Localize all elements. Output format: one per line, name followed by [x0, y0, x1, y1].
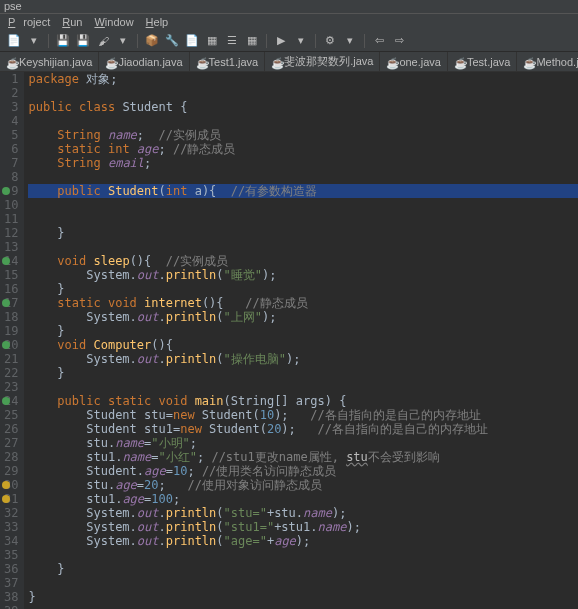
- separator: [137, 34, 138, 48]
- menu-help[interactable]: Help: [142, 16, 173, 28]
- menu-window[interactable]: Window: [90, 16, 137, 28]
- tab-label: Method.java: [536, 56, 578, 68]
- java-icon: ☕: [6, 57, 16, 67]
- separator: [266, 34, 267, 48]
- tab-keyshijian[interactable]: ☕Keyshijian.java: [0, 52, 99, 71]
- toolbar: 📄 ▾ 💾 💾 🖌 ▾ 📦 🔧 📄 ▦ ☰ ▦ ▶ ▾ ⚙ ▾ ⇦ ⇨: [0, 30, 578, 52]
- dropdown-icon[interactable]: ▾: [293, 33, 309, 49]
- tab-jiaodian[interactable]: ☕Jiaodian.java: [99, 52, 189, 71]
- tab-one[interactable]: ☕one.java: [380, 52, 448, 71]
- code-editor[interactable]: 1234567891011121314151617181920212223242…: [0, 72, 578, 609]
- java-icon: ☕: [386, 57, 396, 67]
- line-gutter: 1234567891011121314151617181920212223242…: [0, 72, 24, 609]
- java-icon: ☕: [196, 57, 206, 67]
- tab-test1[interactable]: ☕Test1.java: [190, 52, 266, 71]
- dropdown-icon[interactable]: ▾: [26, 33, 42, 49]
- saveall-icon[interactable]: 💾: [75, 33, 91, 49]
- tab-label: 斐波那契数列.java: [284, 54, 373, 69]
- settings-icon[interactable]: ⚙: [322, 33, 338, 49]
- tab-label: Jiaodian.java: [118, 56, 182, 68]
- dropdown-icon[interactable]: ▾: [342, 33, 358, 49]
- menu-run[interactable]: Run: [58, 16, 86, 28]
- java-icon: ☕: [105, 57, 115, 67]
- table-icon[interactable]: ▦: [204, 33, 220, 49]
- run-icon[interactable]: ▶: [273, 33, 289, 49]
- separator: [364, 34, 365, 48]
- code-content[interactable]: package 对象; public class Student { Strin…: [24, 72, 578, 609]
- forward-icon[interactable]: ⇨: [391, 33, 407, 49]
- tab-bar: ☕Keyshijian.java ☕Jiaodian.java ☕Test1.j…: [0, 52, 578, 72]
- tab-label: one.java: [399, 56, 441, 68]
- tab-label: Keyshijian.java: [19, 56, 92, 68]
- tab-label: Test.java: [467, 56, 510, 68]
- tab-test[interactable]: ☕Test.java: [448, 52, 517, 71]
- editor-area: ☕Keyshijian.java ☕Jiaodian.java ☕Test1.j…: [0, 52, 578, 609]
- title-bar: pse: [0, 0, 578, 14]
- list-icon[interactable]: ☰: [224, 33, 240, 49]
- grid-icon[interactable]: ▦: [244, 33, 260, 49]
- doc-icon[interactable]: 📄: [184, 33, 200, 49]
- package-icon[interactable]: 📦: [144, 33, 160, 49]
- java-icon: ☕: [523, 57, 533, 67]
- save-icon[interactable]: 💾: [55, 33, 71, 49]
- menu-bar: Project Run Window Help: [0, 14, 578, 30]
- content-area: ☕Keyshijian.java ☕Jiaodian.java ☕Test1.j…: [0, 52, 578, 609]
- separator: [315, 34, 316, 48]
- new-icon[interactable]: 📄: [6, 33, 22, 49]
- tab-method[interactable]: ☕Method.java: [517, 52, 578, 71]
- tool-icon[interactable]: 🔧: [164, 33, 180, 49]
- paint-icon[interactable]: 🖌: [95, 33, 111, 49]
- dropdown-icon[interactable]: ▾: [115, 33, 131, 49]
- java-icon: ☕: [454, 57, 464, 67]
- tab-label: Test1.java: [209, 56, 259, 68]
- java-icon: ☕: [271, 57, 281, 67]
- menu-project[interactable]: Project: [4, 16, 54, 28]
- tab-fib[interactable]: ☕斐波那契数列.java: [265, 52, 380, 71]
- back-icon[interactable]: ⇦: [371, 33, 387, 49]
- separator: [48, 34, 49, 48]
